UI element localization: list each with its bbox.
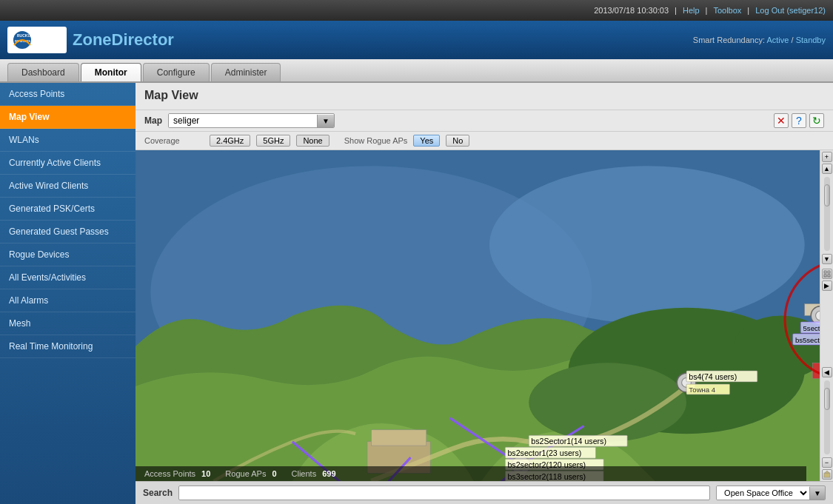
sidebar-item-mesh[interactable]: Mesh bbox=[0, 312, 136, 335]
svg-point-30 bbox=[816, 311, 820, 320]
tab-administer[interactable]: Administer bbox=[211, 63, 281, 81]
map-wrapper: bs4(74 users) Тоwна 4 bs1sector2(53 user… bbox=[136, 150, 833, 481]
zoom-out-button[interactable]: − bbox=[822, 457, 832, 468]
sidebar-item-generated-guest-passes[interactable]: Generated Guest Passes bbox=[0, 221, 136, 243]
sidebar-item-active-wired-clients[interactable]: Active Wired Clients bbox=[0, 175, 136, 198]
standby-link[interactable]: Standby bbox=[796, 36, 826, 44]
map-select-wrapper[interactable]: ▼ bbox=[168, 113, 335, 128]
sidebar-item-access-points[interactable]: Access Points bbox=[0, 83, 136, 106]
map-canvas[interactable]: bs4(74 users) Тоwна 4 bs1sector2(53 user… bbox=[136, 150, 820, 481]
scroll-track-horizontal[interactable] bbox=[824, 380, 830, 454]
map-select-input[interactable] bbox=[169, 114, 317, 127]
coverage-label: Coverage bbox=[144, 136, 204, 145]
svg-text:Тоwна 4: Тоwна 4 bbox=[689, 386, 716, 394]
stat-access-points: Access Points 10 bbox=[144, 469, 210, 478]
map-close-button[interactable]: ✕ bbox=[774, 113, 789, 128]
tab-monitor[interactable]: Monitor bbox=[81, 63, 141, 81]
show-rogue-row: Show Rogue APs Yes No bbox=[344, 135, 470, 147]
rogue-aps-label: Rogue APs bbox=[225, 469, 266, 478]
rogue-no-button[interactable]: No bbox=[446, 135, 469, 147]
search-bar: Search Open Space Office ▼ bbox=[136, 481, 833, 504]
map-stats: Access Points 10 Rogue APs 0 Clients 699 bbox=[136, 466, 806, 481]
zoom-fit-button[interactable] bbox=[822, 269, 832, 279]
app-title: ZoneDirector bbox=[73, 30, 174, 50]
sidebar-item-rogue-devices[interactable]: Rogue Devices bbox=[0, 243, 136, 266]
top-bar: 2013/07/18 10:30:03 | Help | Toolbox | L… bbox=[0, 0, 833, 21]
map-select-arrow[interactable]: ▼ bbox=[317, 115, 334, 127]
svg-point-7 bbox=[568, 308, 804, 434]
svg-point-9 bbox=[734, 316, 820, 379]
freq-2ghz-button[interactable]: 2.4GHz bbox=[210, 135, 250, 147]
search-input[interactable] bbox=[178, 485, 710, 500]
map-label: Map bbox=[144, 115, 162, 126]
tab-dashboard[interactable]: Dashboard bbox=[7, 63, 79, 81]
sidebar-item-map-view[interactable]: Map View bbox=[0, 106, 136, 129]
freq-none-button[interactable]: None bbox=[296, 135, 329, 147]
scroll-down-button[interactable]: ▼ bbox=[822, 254, 832, 264]
scroll-up-button[interactable]: ▲ bbox=[822, 164, 832, 174]
svg-rect-54 bbox=[793, 334, 820, 345]
svg-text:bs2sector1(23 users): bs2sector1(23 users) bbox=[507, 448, 581, 457]
map-refresh-button[interactable]: ↻ bbox=[809, 113, 824, 128]
sidebar-item-all-alarms[interactable]: All Alarms bbox=[0, 289, 136, 312]
clients-value: 699 bbox=[322, 469, 335, 478]
svg-rect-32 bbox=[686, 371, 757, 382]
svg-point-27 bbox=[677, 373, 696, 392]
svg-rect-62 bbox=[824, 473, 830, 477]
sidebar-item-real-time-monitoring[interactable]: Real Time Monitoring bbox=[0, 335, 136, 358]
scroll-thumb-horizontal[interactable] bbox=[824, 388, 830, 410]
svg-line-19 bbox=[450, 418, 521, 466]
pan-right-button[interactable]: ▶ bbox=[822, 280, 832, 291]
logo-area: RUCKUS WIRELESS ZoneDirector bbox=[7, 27, 174, 53]
svg-text:bs4(74 users): bs4(74 users) bbox=[689, 372, 737, 381]
sidebar-item-currently-active-clients[interactable]: Currently Active Clients bbox=[0, 152, 136, 175]
tab-configure[interactable]: Configure bbox=[143, 63, 210, 81]
access-points-label: Access Points bbox=[144, 469, 195, 478]
coverage-row: Coverage 2.4GHz 5GHz None bbox=[144, 135, 329, 147]
help-link[interactable]: Help bbox=[683, 6, 700, 15]
svg-rect-58 bbox=[824, 271, 826, 273]
svg-rect-59 bbox=[828, 271, 830, 273]
toolbox-link[interactable]: Toolbox bbox=[713, 6, 741, 15]
svg-rect-61 bbox=[828, 275, 830, 277]
nav-tabs: Dashboard Monitor Configure Administer bbox=[0, 59, 833, 83]
svg-text:bs2Sector1(14 users): bs2Sector1(14 users) bbox=[531, 437, 606, 446]
map-icon-button[interactable] bbox=[822, 469, 832, 480]
rogue-yes-button[interactable]: Yes bbox=[413, 135, 440, 147]
access-points-value: 10 bbox=[201, 469, 210, 478]
svg-point-31 bbox=[785, 261, 820, 379]
map-scrollbar: + ▲ ▼ ▶ ◀ − bbox=[820, 150, 833, 481]
stat-rogue-aps: Rogue APs 0 bbox=[225, 469, 276, 478]
datetime: 2013/07/18 10:30:03 bbox=[594, 6, 669, 15]
logo: RUCKUS WIRELESS bbox=[7, 27, 67, 53]
sidebar-item-all-events-activities[interactable]: All Events/Activities bbox=[0, 266, 136, 289]
svg-text:5sector1(23 user: 5sector1(23 user bbox=[803, 324, 820, 332]
sep3: | bbox=[747, 6, 749, 15]
svg-point-28 bbox=[682, 378, 692, 388]
svg-text:RUCKUS: RUCKUS bbox=[17, 33, 33, 38]
svg-rect-10 bbox=[805, 304, 820, 316]
show-rogue-label: Show Rogue APs bbox=[344, 136, 408, 145]
map-controls: Map ▼ ✕ ? ↻ bbox=[136, 110, 833, 132]
content-area: Map View Map ▼ ✕ ? ↻ Coverage 2.4GHz 5GH… bbox=[136, 83, 833, 504]
scroll-track-vertical[interactable] bbox=[824, 177, 830, 251]
logout-link[interactable]: Log Out (setiger12) bbox=[755, 6, 826, 15]
search-dropdown-select[interactable]: Open Space Office bbox=[717, 486, 809, 500]
search-label: Search bbox=[143, 488, 173, 498]
zoom-in-button[interactable]: + bbox=[822, 152, 832, 162]
svg-rect-4 bbox=[136, 150, 820, 481]
scroll-left-button[interactable]: ◀ bbox=[822, 367, 832, 377]
svg-rect-60 bbox=[824, 275, 826, 277]
map-help-button[interactable]: ? bbox=[792, 113, 806, 128]
svg-point-29 bbox=[811, 306, 820, 326]
active-link[interactable]: Active bbox=[766, 36, 789, 44]
sidebar-item-wlans[interactable]: WLANs bbox=[0, 129, 136, 152]
sep1: | bbox=[675, 6, 677, 15]
search-dropdown-wrapper: Open Space Office ▼ bbox=[716, 485, 826, 500]
search-dropdown-arrow[interactable]: ▼ bbox=[809, 487, 825, 500]
map-background-svg: bs4(74 users) Тоwна 4 bs1sector2(53 user… bbox=[136, 150, 820, 481]
freq-5ghz-button[interactable]: 5GHz bbox=[256, 135, 290, 147]
rogue-aps-value: 0 bbox=[272, 469, 276, 478]
sidebar-item-generated-psk-certs[interactable]: Generated PSK/Certs bbox=[0, 198, 136, 221]
scroll-thumb-vertical[interactable] bbox=[824, 184, 830, 206]
